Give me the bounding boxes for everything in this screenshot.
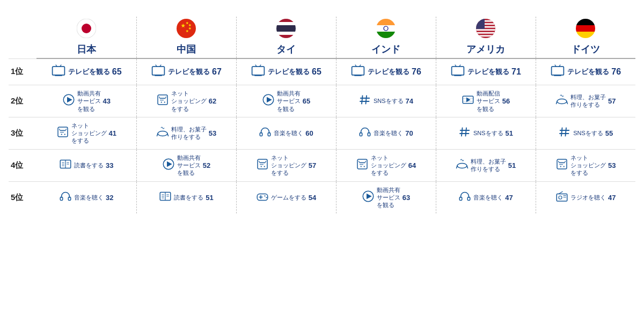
item-cell-rank2-country4: SNSをする 74 <box>336 85 436 117</box>
item-text: ネットショッピングをする <box>171 90 207 113</box>
rank-label-1: 1位 <box>9 58 36 85</box>
item-cell-rank4-country3: ネットショッピングをする 57 <box>236 149 336 181</box>
item-cell-rank2-country6: 料理、お菓子作りをする 57 <box>536 85 635 117</box>
svg-rect-34 <box>576 25 595 32</box>
item-icon <box>51 63 66 80</box>
svg-point-127 <box>559 196 562 199</box>
item-text: 動画配信サービスを観る <box>477 90 500 113</box>
svg-line-68 <box>365 96 367 104</box>
svg-rect-40 <box>152 67 165 75</box>
item-text: 音楽を聴く <box>473 194 503 201</box>
item-icon <box>259 126 272 141</box>
rank-label-2: 2位 <box>9 85 36 117</box>
item-cell-rank5-country4: 動画共有サービスを観る 63 <box>336 181 436 213</box>
item-num: 57 <box>608 97 616 105</box>
svg-point-99 <box>260 166 261 167</box>
item-icon <box>159 190 172 205</box>
item-icon <box>362 190 375 205</box>
item-text: 動画共有サービスを観る <box>77 90 101 113</box>
svg-line-81 <box>462 128 463 136</box>
item-text: ゲームをする <box>271 194 306 201</box>
item-icon <box>162 158 175 173</box>
item-cell-rank3-country6: SNSをする 55 <box>536 117 635 149</box>
item-cell-rank1-country1: テレビを観る 65 <box>36 58 136 85</box>
svg-rect-11 <box>276 22 296 25</box>
item-cell-rank5-country2: 読書をする 51 <box>136 181 236 213</box>
item-cell-rank2-country3: 動画共有サービスを観る 65 <box>236 85 336 117</box>
item-icon <box>458 190 471 205</box>
item-num: 33 <box>106 161 113 169</box>
item-text: SNSをする <box>374 97 404 105</box>
svg-rect-62 <box>158 95 167 105</box>
item-num: 71 <box>511 67 521 77</box>
rank-row-4: 4位 読書をする 33 動画共有サービスを観る 52 <box>9 149 635 181</box>
svg-point-1 <box>82 24 91 33</box>
item-icon <box>151 63 166 80</box>
item-icon <box>456 158 469 173</box>
item-num: 56 <box>502 97 510 105</box>
item-cell-rank3-country2: 料理、お菓子作りをする 53 <box>136 117 236 149</box>
country-header-ドイツ: ドイツ <box>536 17 635 58</box>
item-icon <box>358 93 371 108</box>
item-text: 読書をする <box>74 161 104 169</box>
svg-rect-17 <box>376 19 396 25</box>
item-icon <box>350 63 365 80</box>
rank-row-2: 2位 動画共有サービスを観る 43 ネットショッピングをする 62 <box>9 85 635 117</box>
country-name: タイ <box>276 43 296 56</box>
item-text: 動画共有サービスを観る <box>177 154 201 177</box>
svg-rect-36 <box>52 67 64 75</box>
item-icon <box>555 190 568 205</box>
item-num: 55 <box>605 129 613 137</box>
item-text: 読書をする <box>174 194 203 201</box>
svg-marker-61 <box>67 97 72 103</box>
item-icon <box>256 158 269 173</box>
item-cell-rank5-country3: ゲームをする 54 <box>236 181 336 213</box>
item-text: テレビを観る <box>467 68 509 77</box>
svg-rect-73 <box>58 127 68 137</box>
item-num: 63 <box>402 194 410 202</box>
item-text: ネットショッピングをする <box>570 154 606 177</box>
rank-row-5: 5位 音楽を聴く 32 読書をする 51 <box>9 181 635 213</box>
country-header-インド: インド <box>336 17 436 58</box>
item-text: 料理、お菓子作りをする <box>171 126 207 141</box>
item-num: 62 <box>209 97 216 105</box>
item-text: ラジオを聴く <box>570 194 606 201</box>
svg-marker-97 <box>167 161 172 167</box>
item-num: 65 <box>112 67 122 77</box>
item-num: 47 <box>505 194 513 202</box>
svg-rect-98 <box>258 159 267 169</box>
country-header-タイ: タイ <box>236 17 336 58</box>
rank-row-3: 3位 ネットショッピングをする 41 料理、お菓子作りをする 53 <box>9 117 635 149</box>
item-cell-rank1-country4: テレビを観る 76 <box>336 58 436 85</box>
item-icon <box>450 63 465 80</box>
item-num: 76 <box>611 67 621 77</box>
item-text: 料理、お菓子作りをする <box>570 93 606 109</box>
svg-marker-66 <box>267 97 272 103</box>
svg-rect-30 <box>476 19 485 29</box>
svg-point-121 <box>266 197 267 198</box>
svg-rect-105 <box>557 159 567 169</box>
item-icon <box>458 126 471 141</box>
svg-rect-29 <box>476 35 495 36</box>
svg-rect-13 <box>276 32 296 35</box>
item-num: 57 <box>309 161 316 169</box>
item-icon <box>59 158 72 173</box>
item-cell-rank3-country5: SNSをする 51 <box>436 117 536 149</box>
svg-point-103 <box>363 166 364 167</box>
item-cell-rank2-country2: ネットショッピングをする 62 <box>136 85 236 117</box>
rank-label-3: 3位 <box>9 117 36 149</box>
rank-row-1: 1位 テレビを観る 65 テレビを観る 67 <box>9 58 635 85</box>
item-num: 54 <box>309 194 316 202</box>
item-text: 音楽を聴く <box>74 194 104 201</box>
item-text: 音楽を聴く <box>374 129 403 137</box>
country-header-中国: ★★★★★ 中国 <box>136 17 236 58</box>
item-num: 53 <box>608 161 616 169</box>
item-icon <box>156 93 169 108</box>
item-icon <box>555 158 568 173</box>
svg-point-120 <box>264 195 265 196</box>
item-text: 動画共有サービスを観る <box>277 90 301 113</box>
country-name: 日本 <box>77 43 96 56</box>
item-text: SNSをする <box>573 129 603 137</box>
item-text: 料理、お菓子作りをする <box>471 158 506 173</box>
item-icon <box>356 158 369 173</box>
